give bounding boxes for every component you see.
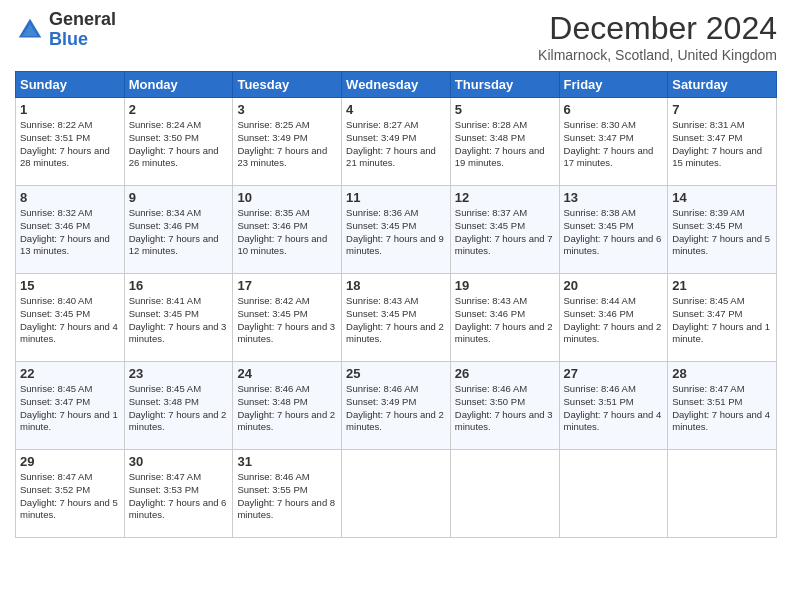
sunrise-text: Sunrise: 8:37 AM bbox=[455, 207, 527, 218]
sunrise-text: Sunrise: 8:46 AM bbox=[237, 471, 309, 482]
table-row: 4 Sunrise: 8:27 AM Sunset: 3:49 PM Dayli… bbox=[342, 98, 451, 186]
day-number: 16 bbox=[129, 278, 229, 293]
sunset-text: Sunset: 3:45 PM bbox=[237, 308, 307, 319]
sunrise-text: Sunrise: 8:28 AM bbox=[455, 119, 527, 130]
table-row: 8 Sunrise: 8:32 AM Sunset: 3:46 PM Dayli… bbox=[16, 186, 125, 274]
table-row: 2 Sunrise: 8:24 AM Sunset: 3:50 PM Dayli… bbox=[124, 98, 233, 186]
cell-info: Sunrise: 8:34 AM Sunset: 3:46 PM Dayligh… bbox=[129, 207, 229, 258]
table-row: 18 Sunrise: 8:43 AM Sunset: 3:45 PM Dayl… bbox=[342, 274, 451, 362]
sunrise-text: Sunrise: 8:30 AM bbox=[564, 119, 636, 130]
daylight-text: Daylight: 7 hours and 2 minutes. bbox=[564, 321, 662, 345]
sunset-text: Sunset: 3:45 PM bbox=[672, 220, 742, 231]
table-row: 1 Sunrise: 8:22 AM Sunset: 3:51 PM Dayli… bbox=[16, 98, 125, 186]
table-row: 16 Sunrise: 8:41 AM Sunset: 3:45 PM Dayl… bbox=[124, 274, 233, 362]
daylight-text: Daylight: 7 hours and 6 minutes. bbox=[129, 497, 227, 521]
daylight-text: Daylight: 7 hours and 26 minutes. bbox=[129, 145, 219, 169]
table-row: 10 Sunrise: 8:35 AM Sunset: 3:46 PM Dayl… bbox=[233, 186, 342, 274]
sunset-text: Sunset: 3:51 PM bbox=[20, 132, 90, 143]
sunset-text: Sunset: 3:50 PM bbox=[129, 132, 199, 143]
table-row: 13 Sunrise: 8:38 AM Sunset: 3:45 PM Dayl… bbox=[559, 186, 668, 274]
sunset-text: Sunset: 3:45 PM bbox=[455, 220, 525, 231]
daylight-text: Daylight: 7 hours and 21 minutes. bbox=[346, 145, 436, 169]
col-saturday: Saturday bbox=[668, 72, 777, 98]
sunset-text: Sunset: 3:50 PM bbox=[455, 396, 525, 407]
sunrise-text: Sunrise: 8:45 AM bbox=[129, 383, 201, 394]
cell-info: Sunrise: 8:45 AM Sunset: 3:47 PM Dayligh… bbox=[20, 383, 120, 434]
col-friday: Friday bbox=[559, 72, 668, 98]
cell-info: Sunrise: 8:38 AM Sunset: 3:45 PM Dayligh… bbox=[564, 207, 664, 258]
table-row bbox=[559, 450, 668, 538]
table-row: 9 Sunrise: 8:34 AM Sunset: 3:46 PM Dayli… bbox=[124, 186, 233, 274]
table-row: 19 Sunrise: 8:43 AM Sunset: 3:46 PM Dayl… bbox=[450, 274, 559, 362]
logo-general-text: General bbox=[49, 9, 116, 29]
col-wednesday: Wednesday bbox=[342, 72, 451, 98]
table-row: 12 Sunrise: 8:37 AM Sunset: 3:45 PM Dayl… bbox=[450, 186, 559, 274]
sunrise-text: Sunrise: 8:34 AM bbox=[129, 207, 201, 218]
cell-info: Sunrise: 8:40 AM Sunset: 3:45 PM Dayligh… bbox=[20, 295, 120, 346]
cell-info: Sunrise: 8:37 AM Sunset: 3:45 PM Dayligh… bbox=[455, 207, 555, 258]
day-number: 18 bbox=[346, 278, 446, 293]
cell-info: Sunrise: 8:43 AM Sunset: 3:45 PM Dayligh… bbox=[346, 295, 446, 346]
cell-info: Sunrise: 8:22 AM Sunset: 3:51 PM Dayligh… bbox=[20, 119, 120, 170]
sunset-text: Sunset: 3:46 PM bbox=[20, 220, 90, 231]
day-number: 9 bbox=[129, 190, 229, 205]
sunrise-text: Sunrise: 8:43 AM bbox=[455, 295, 527, 306]
logo: General Blue bbox=[15, 10, 116, 50]
day-number: 3 bbox=[237, 102, 337, 117]
sunrise-text: Sunrise: 8:25 AM bbox=[237, 119, 309, 130]
daylight-text: Daylight: 7 hours and 19 minutes. bbox=[455, 145, 545, 169]
daylight-text: Daylight: 7 hours and 1 minute. bbox=[672, 321, 770, 345]
sunset-text: Sunset: 3:45 PM bbox=[346, 220, 416, 231]
sunset-text: Sunset: 3:51 PM bbox=[672, 396, 742, 407]
cell-info: Sunrise: 8:31 AM Sunset: 3:47 PM Dayligh… bbox=[672, 119, 772, 170]
daylight-text: Daylight: 7 hours and 5 minutes. bbox=[20, 497, 118, 521]
calendar-header-row: Sunday Monday Tuesday Wednesday Thursday… bbox=[16, 72, 777, 98]
table-row bbox=[668, 450, 777, 538]
daylight-text: Daylight: 7 hours and 3 minutes. bbox=[237, 321, 335, 345]
sunset-text: Sunset: 3:45 PM bbox=[564, 220, 634, 231]
table-row: 30 Sunrise: 8:47 AM Sunset: 3:53 PM Dayl… bbox=[124, 450, 233, 538]
sunset-text: Sunset: 3:45 PM bbox=[346, 308, 416, 319]
cell-info: Sunrise: 8:44 AM Sunset: 3:46 PM Dayligh… bbox=[564, 295, 664, 346]
table-row: 28 Sunrise: 8:47 AM Sunset: 3:51 PM Dayl… bbox=[668, 362, 777, 450]
daylight-text: Daylight: 7 hours and 10 minutes. bbox=[237, 233, 327, 257]
sunrise-text: Sunrise: 8:46 AM bbox=[564, 383, 636, 394]
page-container: General Blue December 2024 Kilmarnock, S… bbox=[0, 0, 792, 612]
day-number: 2 bbox=[129, 102, 229, 117]
sunrise-text: Sunrise: 8:44 AM bbox=[564, 295, 636, 306]
month-title: December 2024 bbox=[538, 10, 777, 47]
logo-blue-text: Blue bbox=[49, 29, 88, 49]
cell-info: Sunrise: 8:46 AM Sunset: 3:55 PM Dayligh… bbox=[237, 471, 337, 522]
page-header: General Blue December 2024 Kilmarnock, S… bbox=[15, 10, 777, 63]
daylight-text: Daylight: 7 hours and 6 minutes. bbox=[564, 233, 662, 257]
sunset-text: Sunset: 3:47 PM bbox=[672, 308, 742, 319]
daylight-text: Daylight: 7 hours and 4 minutes. bbox=[672, 409, 770, 433]
day-number: 27 bbox=[564, 366, 664, 381]
sunset-text: Sunset: 3:48 PM bbox=[455, 132, 525, 143]
table-row: 11 Sunrise: 8:36 AM Sunset: 3:45 PM Dayl… bbox=[342, 186, 451, 274]
col-tuesday: Tuesday bbox=[233, 72, 342, 98]
cell-info: Sunrise: 8:27 AM Sunset: 3:49 PM Dayligh… bbox=[346, 119, 446, 170]
table-row: 22 Sunrise: 8:45 AM Sunset: 3:47 PM Dayl… bbox=[16, 362, 125, 450]
table-row: 29 Sunrise: 8:47 AM Sunset: 3:52 PM Dayl… bbox=[16, 450, 125, 538]
col-sunday: Sunday bbox=[16, 72, 125, 98]
sunrise-text: Sunrise: 8:31 AM bbox=[672, 119, 744, 130]
cell-info: Sunrise: 8:46 AM Sunset: 3:51 PM Dayligh… bbox=[564, 383, 664, 434]
sunrise-text: Sunrise: 8:43 AM bbox=[346, 295, 418, 306]
table-row: 17 Sunrise: 8:42 AM Sunset: 3:45 PM Dayl… bbox=[233, 274, 342, 362]
cell-info: Sunrise: 8:39 AM Sunset: 3:45 PM Dayligh… bbox=[672, 207, 772, 258]
daylight-text: Daylight: 7 hours and 1 minute. bbox=[20, 409, 118, 433]
sunrise-text: Sunrise: 8:27 AM bbox=[346, 119, 418, 130]
table-row: 23 Sunrise: 8:45 AM Sunset: 3:48 PM Dayl… bbox=[124, 362, 233, 450]
sunset-text: Sunset: 3:49 PM bbox=[346, 132, 416, 143]
sunrise-text: Sunrise: 8:46 AM bbox=[346, 383, 418, 394]
calendar-table: Sunday Monday Tuesday Wednesday Thursday… bbox=[15, 71, 777, 538]
sunset-text: Sunset: 3:55 PM bbox=[237, 484, 307, 495]
table-row: 6 Sunrise: 8:30 AM Sunset: 3:47 PM Dayli… bbox=[559, 98, 668, 186]
sunrise-text: Sunrise: 8:22 AM bbox=[20, 119, 92, 130]
table-row: 3 Sunrise: 8:25 AM Sunset: 3:49 PM Dayli… bbox=[233, 98, 342, 186]
daylight-text: Daylight: 7 hours and 12 minutes. bbox=[129, 233, 219, 257]
daylight-text: Daylight: 7 hours and 3 minutes. bbox=[455, 409, 553, 433]
day-number: 14 bbox=[672, 190, 772, 205]
sunrise-text: Sunrise: 8:24 AM bbox=[129, 119, 201, 130]
